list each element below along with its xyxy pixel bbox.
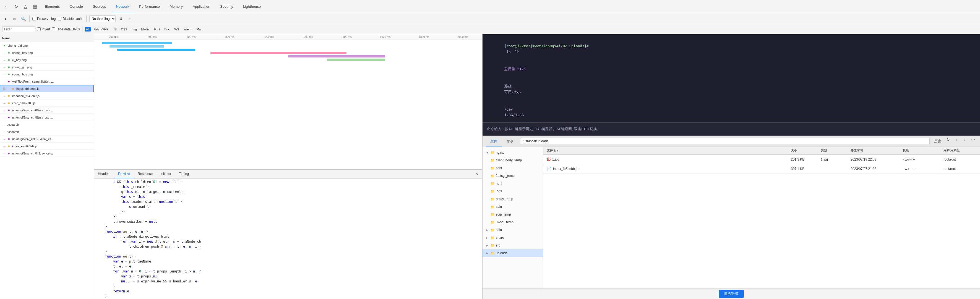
tab-elements[interactable]: Elements (40, 0, 65, 13)
tree-logs[interactable]: 📁 logs (482, 188, 543, 195)
tree-scgi-temp[interactable]: 📁 scgi_temp (482, 211, 543, 218)
disable-cache-checkbox[interactable] (58, 17, 61, 21)
filter-img[interactable]: Img (130, 27, 138, 32)
tab-performance[interactable]: Performance (134, 0, 164, 13)
req-name-14: union.gif?rsv_ct=175&rsv_cs... (12, 137, 92, 141)
fm-more-btn[interactable]: ⋯ (969, 136, 977, 143)
invert-checkbox[interactable] (37, 27, 41, 31)
fm-tab-files[interactable]: 文件 (486, 136, 502, 146)
req-row-12[interactable]: – pcsearch (0, 121, 94, 128)
col-owner[interactable]: 用户/用户组 (943, 148, 977, 153)
tree-nginx[interactable]: ▼ 📁 nginx (482, 149, 543, 156)
req-row-9[interactable]: – ■ core_dfba2183.js (0, 100, 94, 107)
tree-uwsgi-temp[interactable]: 📁 uwsgi_temp (482, 218, 543, 226)
inspect-btn[interactable]: △ (21, 2, 30, 11)
tree-conf[interactable]: 📁 conf (482, 164, 543, 172)
filter-js[interactable]: JS (112, 27, 118, 32)
col-type[interactable]: 类型 (821, 148, 848, 153)
tree-uploads[interactable]: ► 📁 uploads (482, 249, 543, 257)
tab-console[interactable]: Console (65, 0, 88, 13)
tick-2000: 2000 ms (458, 35, 468, 38)
reload-btn[interactable]: ↻ (12, 2, 21, 11)
filter-fetch[interactable]: Fetch/XHR (92, 27, 110, 32)
filter-font[interactable]: Font (153, 27, 161, 32)
req-row-6[interactable]: – ■ v.gif?logFrom=searchlist&ct=... (0, 78, 94, 85)
req-row-10[interactable]: – ■ union.gif?rsv_ct=8&rsv_cst=... (0, 107, 94, 114)
tab-sources[interactable]: Sources (88, 0, 111, 13)
hide-data-urls-checkbox[interactable] (52, 27, 55, 31)
fm-download-btn[interactable]: ↓ (961, 136, 968, 143)
tab-headers[interactable]: Headers (94, 169, 114, 178)
preserve-log-checkbox[interactable] (32, 17, 36, 21)
tree-client-body-temp[interactable]: 📁 client_body_temp (482, 156, 543, 164)
tab-network[interactable]: Network (111, 0, 134, 13)
tab-lighthouse[interactable]: Lighthouse (238, 0, 266, 13)
req-row-2[interactable]: – ■ cheng_boy.png (0, 49, 94, 56)
search-btn[interactable]: 🔍 (20, 16, 27, 22)
tab-initiator[interactable]: Initiator (156, 169, 175, 178)
filter-css[interactable]: CSS (120, 27, 129, 32)
req-row-4[interactable]: – ■ young_girl.png (0, 64, 94, 71)
tab-preview[interactable]: Preview (114, 169, 134, 178)
import-btn[interactable]: ⇓ (118, 16, 124, 22)
tree-share[interactable]: ► 📁 share (482, 234, 543, 242)
preserve-log-group[interactable]: Preserve log (32, 17, 56, 21)
hide-data-urls-group[interactable]: Hide data URLs (52, 27, 80, 31)
tree-proxy-temp[interactable]: 📁 proxy_temp (482, 195, 543, 203)
tab-application[interactable]: Application (188, 0, 215, 13)
fm-file-row-1[interactable]: 🖼 1.jpg 201.3 KB 1.jpg 2023/07/19 22:53 … (543, 155, 980, 164)
details-panel: Headers Preview Response Initiator Timin… (94, 169, 482, 299)
tree-fastcgi-temp[interactable]: 📁 fastcgi_temp (482, 172, 543, 180)
device-btn[interactable]: ▦ (30, 2, 39, 11)
req-row-16[interactable]: – ■ union.gif?rsv_ct=84&rsv_cst... (0, 150, 94, 157)
filter-media[interactable]: Media (140, 27, 151, 32)
req-row-1[interactable]: ■ cheng_girl.png (0, 42, 94, 49)
details-close-btn[interactable]: ✕ (473, 169, 480, 178)
req-row-11[interactable]: – ■ union.gif?rsv_ct=8&rsv_cst=... (0, 114, 94, 121)
tree-sbin-nginx[interactable]: 📁 sbin (482, 203, 543, 211)
export-btn[interactable]: ↑ (127, 16, 133, 22)
filter-input[interactable] (2, 26, 35, 32)
tab-security[interactable]: Security (215, 0, 238, 13)
req-row-5[interactable]: – ■ young_boy.png (0, 71, 94, 78)
activate-btn[interactable]: 激活/升级 (719, 290, 744, 298)
tree-src[interactable]: ► 📁 src (482, 242, 543, 249)
code-text-8: }) (105, 215, 482, 219)
tree-sbin[interactable]: ► 📁 sbin (482, 226, 543, 234)
filter-all[interactable]: All (84, 27, 91, 32)
fm-refresh-btn[interactable]: ↻ (945, 136, 952, 143)
fm-upload-btn[interactable]: ↑ (953, 136, 960, 143)
col-perm[interactable]: 权限 (902, 148, 941, 153)
back-btn[interactable]: ← (2, 2, 11, 11)
code-line-11: function ae(t, e, n) { (94, 229, 482, 234)
fm-file-row-2[interactable]: 📄 index_fb6bebb.js 307.1 KB 2023/07/27 2… (543, 164, 980, 173)
tab-memory[interactable]: Memory (165, 0, 188, 13)
folder-src-icon: 📁 (490, 243, 495, 248)
fm-tab-cmd[interactable]: 命令 (502, 136, 518, 146)
tab-response[interactable]: Response (134, 169, 156, 178)
code-text-11: function ae(t, e, n) { (105, 230, 482, 234)
req-row-15[interactable]: – ■ index_e7a6c2d2.js (0, 143, 94, 150)
folder-uploads-icon: 📁 (490, 251, 495, 255)
req-row-14[interactable]: – ■ union.gif?rsv_ct=175&rsv_cs... (0, 135, 94, 143)
throttle-select[interactable]: No throttling (89, 16, 116, 22)
filter-wasm[interactable]: Wasm (182, 27, 194, 32)
col-mtime[interactable]: 修改时间 (851, 148, 900, 153)
req-row-8[interactable]: – ■ enhance_f636eb0.js (0, 92, 94, 100)
filter-ws[interactable]: WS (173, 27, 181, 32)
req-row-13[interactable]: – pcsearch (0, 128, 94, 135)
tree-html[interactable]: 📁 html (482, 180, 543, 188)
folder-cbt-icon: 📁 (490, 158, 495, 162)
disable-cache-group[interactable]: Disable cache (58, 17, 83, 21)
col-size[interactable]: 大小 (791, 148, 819, 153)
terminal-line-cmd: [root@iZ2ze7jmwvt3igb0gx4f70Z uploads]# … (487, 38, 975, 60)
record-btn[interactable]: ● (2, 16, 9, 22)
clear-btn[interactable]: ⎋ (11, 16, 18, 22)
filter-more[interactable]: Ma... (195, 27, 205, 32)
col-name[interactable]: 文件名 (547, 148, 789, 153)
req-row-3[interactable]: – ■ ci_boy.png (0, 56, 94, 64)
filter-doc[interactable]: Doc (163, 27, 172, 32)
tab-timing[interactable]: Timing (175, 169, 193, 178)
invert-group[interactable]: Invert (37, 27, 50, 31)
req-row-7[interactable]: 43 ■ index_fb6bebb.js (0, 85, 94, 92)
